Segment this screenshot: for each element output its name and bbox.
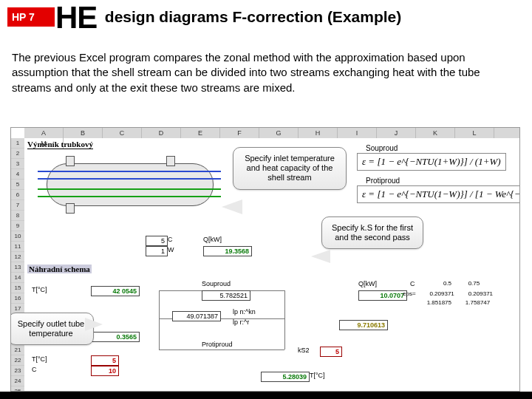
souproud-label: Souproud: [366, 144, 398, 152]
column-headers: ABCDEFGHIJKLM: [24, 128, 519, 138]
q-label: Q[kW]: [203, 236, 222, 243]
rt-row1: eps= 0.209371 0.209371: [403, 290, 493, 297]
tco-val: 5.28039: [261, 372, 310, 382]
footer-strip: [0, 392, 532, 399]
tc-label-1: T[°C]: [32, 286, 47, 293]
net-lp2: lp r:^r: [233, 318, 249, 326]
rt-qkw-val: 10.0707: [358, 290, 407, 301]
formula-protiproud: ε = [1 − e^{−NTU(1−W)}] / [1 − We^{−NTU(…: [357, 185, 520, 203]
row-headers: 1234567891011121314151617181920212223242…: [11, 138, 24, 392]
rt-row2: 1.851875 1.758747: [403, 299, 490, 306]
tc-value-1: 42 0545: [91, 286, 140, 296]
sheet-title-2: Náhradní schema: [27, 265, 92, 273]
net-souproud-lbl: Souproud: [202, 280, 231, 287]
tc-bot-value: 5: [91, 355, 119, 366]
net-protiproud-lbl: Protiproud: [202, 341, 233, 348]
sheet-title-1: Výměník trubkový: [27, 140, 93, 149]
exchanger-diagram: [33, 156, 225, 212]
c-value: 5: [146, 236, 168, 246]
tc-value-2: 0.3565: [91, 332, 140, 342]
protiproud-label: Protiproud: [366, 177, 400, 185]
callout-outlet: Specify outlet tube temperature: [10, 313, 94, 345]
ks2-val: 5: [320, 347, 342, 357]
callout-shell-inlet: Specify inlet temperature and heat capac…: [233, 147, 347, 190]
rt-yellow-val: 9.710613: [339, 320, 388, 330]
callout-ks: Specify k.S for the first and the second…: [321, 216, 423, 249]
q-value: 19.3568: [203, 246, 252, 256]
spreadsheet-screenshot: ABCDEFGHIJKLM 12345678910111213141516171…: [10, 127, 520, 392]
c-bot-value: 10: [91, 366, 119, 376]
net-v1: 5.782521: [202, 290, 250, 301]
hp-badge: HP 7: [7, 7, 55, 27]
net-v2: 49.071387: [172, 311, 221, 321]
intro-paragraph: The previous Excel program compares the …: [12, 50, 522, 95]
rt-c-lbl: C: [410, 280, 415, 287]
c-label-bot: C: [32, 366, 37, 373]
net-lp1: lp n:^kn: [233, 308, 256, 316]
tco-lbl: T[°C]: [310, 372, 325, 379]
ks2-lbl: kS2: [298, 347, 310, 354]
w-value: 1: [146, 246, 168, 256]
w-label: W: [168, 246, 174, 253]
rt-qkw-lbl: Q[kW]: [358, 280, 377, 287]
title-he: HE: [55, 0, 97, 35]
rt-hdr: 0.5 0.75: [425, 280, 514, 287]
tc-label-bot: T[°C]: [32, 355, 47, 363]
page-title: HE design diagrams F-correction (Example…: [55, 0, 514, 35]
title-rest: design diagrams F-correction (Example): [105, 8, 401, 25]
c-label: C: [168, 236, 173, 243]
formula-souproud: ε = [1 − e^{−NTU(1+W)}] / (1+W): [357, 153, 506, 171]
